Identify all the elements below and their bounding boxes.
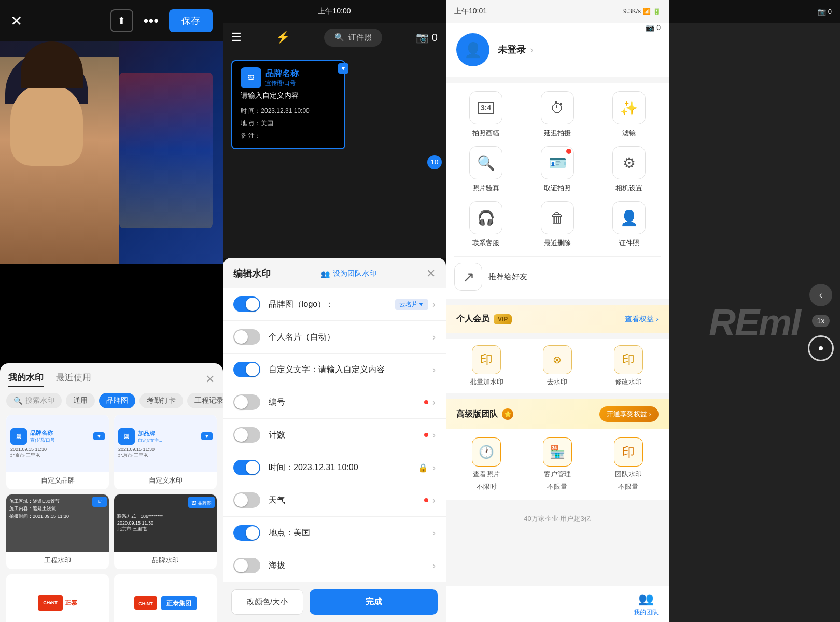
p2-wm-info: 时 间：2023.12.31 10:00 地 点：美国 备 注： [241, 105, 336, 142]
watermark-card-chint2[interactable]: CHiNT 正泰集团 正泰集团 [114, 574, 217, 622]
p3-time: 上午10:01 [454, 7, 487, 16]
open-team-btn[interactable]: 开通享受权益 › [599, 406, 659, 422]
location-label: 地点：美国 [269, 528, 432, 539]
photo-ratio-label: 拍照画幅 [472, 129, 499, 138]
chevron-right-icon-9: › [432, 560, 436, 571]
feature-filter[interactable]: ✨ 滤镜 [597, 91, 661, 138]
edit-watermark-panel: 上午10:00 ☰ ⚡ 🔍 证件照 📷 0 🖼 品牌名称 宣传语/口号 ▼ 请输… [223, 0, 446, 622]
red-dot-count [424, 433, 428, 437]
id-card-icon: 👤 [612, 201, 646, 234]
brand-contact: 联系方式：186******** [117, 512, 214, 520]
header-right-icons: ⬆ ••• 保存 [110, 9, 213, 32]
vip-modify-watermark[interactable]: 印 修改水印 [596, 345, 661, 387]
chevron-right-icon-3: › [432, 364, 436, 375]
team-feature-client-mgmt[interactable]: 🏪 客户管理 不限量 [525, 437, 590, 491]
nav-my-team[interactable]: 👥 我的团队 [634, 591, 659, 617]
edit-wm-close-icon[interactable]: ✕ [426, 267, 436, 280]
username-label: 未登录 [498, 45, 526, 55]
save-button[interactable]: 保存 [169, 9, 213, 32]
search-pill[interactable]: 🔍 证件照 [324, 29, 382, 47]
feature-id-photo[interactable]: 🪪 取证拍照 [526, 146, 589, 193]
share-friend-item[interactable]: ↗ 推荐给好友 [454, 256, 661, 291]
p4-cam-count-label: 📷 0 [818, 8, 832, 16]
share-label: 推荐给好友 [488, 272, 527, 282]
chint-group-btn: 正泰集团 [161, 596, 197, 610]
more-options-icon[interactable]: ••• [144, 12, 159, 29]
watermark-card-custom[interactable]: 🖼 加品牌 自定义文字... ▼ 2021.09.15 11:30 北京市·三里… [114, 415, 217, 489]
edit-item-logo[interactable]: 品牌图（logo）： 云名片▼ › [223, 288, 446, 321]
vip-section: 个人会员 VIP 查看权益 › [446, 305, 669, 333]
toggle-count[interactable] [233, 427, 260, 443]
camera-count-icon[interactable]: 📷 0 [416, 31, 438, 44]
toggle-logo[interactable] [233, 296, 260, 312]
toggle-weather[interactable] [233, 492, 260, 508]
edit-item-count[interactable]: 计数 › [223, 419, 446, 451]
team-features-grid: 🕐 查看照片 不限时 🏪 客户管理 不限量 印 团队水印 不限量 [446, 429, 669, 500]
toggle-time[interactable] [233, 460, 260, 475]
feature-verify[interactable]: 🔍 照片验真 [454, 146, 517, 193]
edit-item-business-card[interactable]: 个人名片（自动） › [223, 321, 446, 354]
feature-photo-ratio[interactable]: 3:4 拍照画幅 [454, 91, 517, 138]
done-button[interactable]: 完成 [310, 589, 438, 615]
chevron-right-icon-8: › [432, 528, 436, 539]
toggle-business-card[interactable] [233, 329, 260, 345]
export-icon[interactable]: ⬆ [110, 9, 133, 32]
set-team-watermark-btn[interactable]: 👥 设为团队水印 [321, 269, 376, 278]
edit-item-altitude[interactable]: 海拔 › [223, 549, 446, 582]
hamburger-icon[interactable]: ☰ [231, 31, 242, 44]
edit-item-location[interactable]: 地点：美国 › [223, 517, 446, 549]
close-icon[interactable]: ✕ [10, 12, 22, 30]
watermark-card-chint1[interactable]: CHiNT 正泰 CHiNT正泰 [6, 574, 109, 622]
edit-item-custom-text[interactable]: 自定义文字：请输入自定义内容 › [223, 354, 446, 386]
view-benefits-btn[interactable]: 查看权益 › [625, 315, 659, 324]
team-watermark-icon: 印 [614, 437, 643, 466]
recent-delete-label: 最近删除 [544, 238, 571, 248]
chevron-right-icon: › [432, 299, 436, 310]
team-feature-team-watermark[interactable]: 印 团队水印 不限量 [596, 437, 661, 491]
feature-customer-service[interactable]: 🎧 联系客服 [454, 201, 517, 248]
feature-camera-settings[interactable]: ⚙ 相机设置 [597, 146, 661, 193]
filter-engineering[interactable]: 工程记录 [187, 393, 223, 408]
edit-item-weather[interactable]: 天气 › [223, 484, 446, 517]
search-box[interactable]: 🔍 搜索水印 [6, 393, 62, 408]
id-photo-label: 取证拍照 [544, 183, 571, 193]
back-button[interactable]: ‹ [809, 284, 832, 306]
feature-delay-shoot[interactable]: ⏱ 延迟拍摄 [526, 91, 589, 138]
feature-id-card-photo[interactable]: 👤 证件照 [597, 201, 661, 248]
tab-my-watermark[interactable]: 我的水印 [8, 372, 44, 387]
filter-general[interactable]: 通用 [66, 393, 95, 408]
side-controls: ‹ 1x [808, 284, 834, 361]
watermark-card-brand[interactable]: 🖼 品牌图 联系方式：186******** 2020.09.15 11:30 … [114, 494, 217, 569]
p2-dropdown-icon[interactable]: ▼ [338, 63, 348, 74]
watermark-card-label-3: 工程水印 [6, 552, 109, 569]
tab-recent[interactable]: 最近使用 [56, 372, 91, 387]
filter-brand[interactable]: 品牌图 [99, 393, 135, 408]
p3-speed: 9.3K/s [623, 8, 641, 15]
remove-watermark-label: 去水印 [547, 377, 567, 387]
watermark-card-label-2: 自定义水印 [114, 472, 217, 489]
photo-ratio-icon: 3:4 [469, 91, 502, 124]
vip-features-section: 印 批量加水印 ⊗ 去水印 印 修改水印 [446, 339, 669, 393]
vip-remove-watermark[interactable]: ⊗ 去水印 [525, 345, 590, 387]
modify-watermark-label: 修改水印 [615, 377, 642, 387]
toggle-custom-text[interactable] [233, 362, 260, 377]
toggle-altitude[interactable] [233, 558, 260, 573]
camera-settings-icon: ⚙ [612, 146, 646, 179]
toggle-location[interactable] [233, 525, 260, 541]
toggle-number[interactable] [233, 394, 260, 410]
team-feature-view-photos[interactable]: 🕐 查看照片 不限时 [454, 437, 519, 491]
profile-section[interactable]: 👤 未登录 › [446, 23, 669, 77]
team-watermark-label2: 不限量 [618, 482, 638, 491]
lightning-icon[interactable]: ⚡ [276, 31, 290, 44]
vip-batch-watermark[interactable]: 印 批量加水印 [454, 345, 519, 387]
filter-attendance[interactable]: 考勤打卡 [139, 393, 183, 408]
feature-recent-delete[interactable]: 🗑 最近删除 [526, 201, 589, 248]
watermark-card-engineering[interactable]: 🖼 施工区域：隧道E30管节 施工内容：遮疑土浇筑 拍摄时间：2021.09.1… [6, 494, 109, 569]
edit-item-time[interactable]: 时间：2023.12.31 10:00 🔒 › [223, 451, 446, 484]
sheet-close-icon[interactable]: ✕ [205, 373, 215, 386]
edit-item-number[interactable]: 编号 › [223, 386, 446, 419]
edit-wm-title: 编辑水印 [233, 267, 271, 280]
watermark-card-custom-brand[interactable]: 🖼 品牌名称 宣传语/口号 ▼ 2021.09.15 11:30 北京市·三里屯… [6, 415, 109, 489]
zoom-badge[interactable]: 1x [812, 315, 830, 327]
change-color-button[interactable]: 改颜色/大小 [231, 589, 303, 615]
